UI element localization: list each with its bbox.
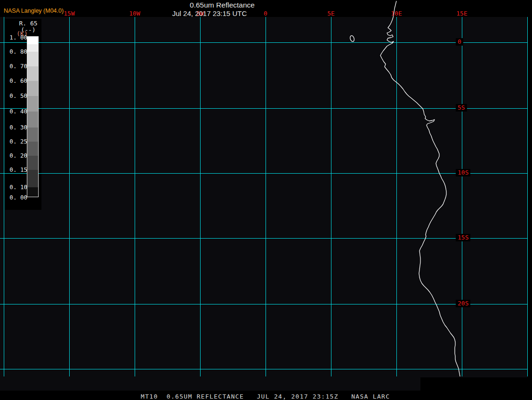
latitude-label: 20S [456, 300, 470, 307]
colorbar-segment [27, 44, 38, 52]
colorbar-tick-label: 0. 15 [5, 166, 27, 173]
colorbar-segment [27, 96, 38, 112]
longitude-label: 10W [129, 10, 140, 17]
colorbar-tick-label: 0. 40 [5, 108, 27, 115]
disk-limb-corner [420, 377, 532, 400]
latitude-label: 15S [456, 234, 470, 241]
colorbar-title: R. 65 [13, 20, 43, 27]
colorbar-segment [27, 52, 38, 66]
colorbar-tick-label: 0. 10 [5, 184, 27, 191]
colorbar-tick-label: 0. 30 [5, 124, 27, 131]
longitude-label: 15W [64, 10, 74, 17]
satellite-viewer-screen: R. 65 (--) (K) 1. 000. 800. 700. 600. 50… [0, 0, 532, 400]
colorbar-tick-label: 0. 00 [5, 194, 27, 201]
timestamp-label: Jul 24, 2017 23:15 UTC [172, 9, 247, 17]
longitude-label: 15E [456, 10, 467, 17]
colorbar-tick-label: 0. 50 [5, 92, 27, 99]
map-background [0, 17, 527, 391]
colorbar-segment [27, 66, 38, 81]
colorbar [27, 36, 39, 197]
org-label: NASA Langley (M04.0) [4, 8, 64, 14]
colorbar-segment [27, 170, 38, 187]
colorbar-segment [27, 81, 38, 96]
colorbar-tick-label: 0. 70 [5, 63, 27, 70]
status-bar: MT10 0.65UM REFLECTANCE JUL 24, 2017 23:… [141, 393, 390, 400]
colorbar-segment [27, 187, 38, 197]
latitude-label: 0 [456, 38, 463, 46]
colorbar-segment [27, 112, 38, 128]
colorbar-segment [27, 156, 38, 170]
colorbar-tick-label: 0. 60 [5, 77, 27, 84]
longitude-label: 10E [391, 10, 402, 17]
latitude-label: 10S [456, 169, 470, 176]
page-title: 0.65um Reflectance [190, 1, 255, 9]
longitude-label: 0 [264, 10, 267, 17]
colorbar-tick-label: 0. 25 [5, 138, 27, 145]
colorbar-segment [27, 142, 38, 156]
longitude-label: 5E [327, 10, 335, 17]
colorbar-segment [27, 37, 38, 44]
colorbar-segment [27, 128, 38, 142]
colorbar-tick-label: 1. 00 [5, 34, 27, 41]
colorbar-tick-label: 0. 20 [5, 152, 27, 159]
colorbar-tick-label: 0. 80 [5, 48, 27, 55]
latitude-label: 5S [456, 104, 467, 112]
